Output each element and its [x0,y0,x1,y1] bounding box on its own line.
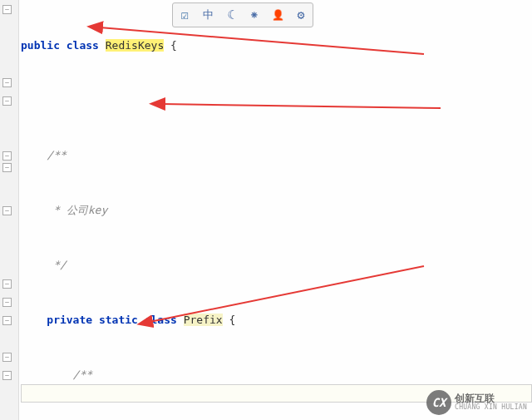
fold-toggle[interactable]: − [2,151,12,161]
code-line[interactable]: private static class Prefix { [21,311,532,329]
check-icon[interactable] [178,8,191,22]
fold-toggle[interactable]: − [2,5,12,14]
fold-toggle[interactable]: − [2,371,12,380]
code-line[interactable]: /** [21,366,532,384]
cn-icon[interactable] [201,8,214,22]
fold-toggle[interactable]: − [2,279,12,289]
fold-toggle[interactable]: − [2,78,12,87]
gear-icon[interactable] [294,8,308,22]
moon-icon[interactable] [224,8,238,22]
fold-toggle[interactable]: − [2,298,12,307]
code-line[interactable]: */ [21,256,532,274]
gutter: − − − − − − − − − − − [0,0,19,420]
code-line[interactable]: /** [21,146,532,165]
watermark-logo: CX [426,390,451,415]
fold-toggle[interactable]: − [2,206,12,215]
fold-toggle[interactable]: − [2,353,12,362]
code-line[interactable] [21,91,532,110]
code-line[interactable]: public class RedisKeys { [21,37,532,55]
editor-viewport: − − − − − − − − − − − public class Redis… [0,0,532,420]
floating-toolbar [172,2,313,27]
fold-toggle[interactable]: − [2,163,12,172]
code-area[interactable]: public class RedisKeys { /** * 公司key */ … [21,0,532,420]
dots-icon[interactable] [248,8,261,22]
watermark-sub: CHUANG XIN HULIAN [455,404,527,412]
watermark: CX 创新互联 CHUANG XIN HULIAN [426,390,527,415]
user-icon[interactable] [271,8,284,22]
fold-toggle[interactable]: − [2,96,12,106]
code-line[interactable]: * 公司key [21,201,532,220]
fold-toggle[interactable]: − [2,316,12,325]
